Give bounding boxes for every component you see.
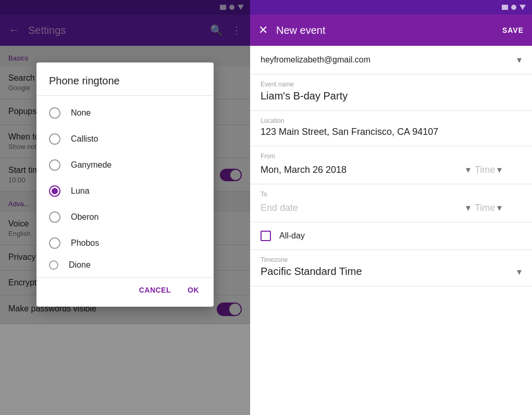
phone-ringtone-dialog: Phone ringtone None Callisto Ganymede Lu… bbox=[36, 62, 214, 307]
email-value: heyfromelizabeth@gmail.com bbox=[261, 55, 513, 65]
radio-luna bbox=[49, 185, 60, 197]
status-circle-icon-r bbox=[511, 5, 516, 10]
radio-none bbox=[49, 107, 60, 119]
allday-label: All-day bbox=[279, 231, 305, 241]
location-label: Location bbox=[261, 117, 522, 124]
dialog-actions: CANCEL OK bbox=[36, 277, 214, 307]
allday-checkbox[interactable] bbox=[261, 231, 271, 241]
radio-option-dione[interactable]: Dione bbox=[36, 256, 214, 273]
toolbar-right: ✕ New event SAVE bbox=[250, 15, 532, 46]
event-name-value: Liam's B-day Party bbox=[261, 90, 522, 102]
allday-row[interactable]: All-day bbox=[250, 222, 532, 250]
email-row[interactable]: heyfromelizabeth@gmail.com ▾ bbox=[250, 46, 532, 74]
status-triangle-icon-r bbox=[519, 5, 526, 10]
to-time-value: Time bbox=[475, 203, 495, 213]
radio-option-oberon[interactable]: Oberon bbox=[36, 204, 214, 230]
from-time-value: Time bbox=[475, 165, 495, 175]
to-label: To bbox=[261, 191, 522, 198]
radio-oberon bbox=[49, 211, 60, 223]
save-button[interactable]: SAVE bbox=[502, 26, 524, 34]
radio-dione-label: Dione bbox=[69, 260, 91, 270]
timezone-label: Timezone bbox=[261, 256, 522, 263]
radio-none-label: None bbox=[71, 108, 91, 118]
radio-callisto-label: Callisto bbox=[71, 134, 98, 144]
location-value: 123 Main Street, San Francisco, CA 94107 bbox=[261, 127, 522, 137]
cancel-button[interactable]: CANCEL bbox=[133, 282, 177, 298]
from-time-picker[interactable]: Time ▾ bbox=[475, 164, 522, 175]
event-name-field[interactable]: Event name Liam's B-day Party bbox=[250, 74, 532, 111]
form-content: heyfromelizabeth@gmail.com ▾ Event name … bbox=[250, 46, 532, 415]
radio-option-none[interactable]: None bbox=[36, 100, 214, 126]
radio-option-callisto[interactable]: Callisto bbox=[36, 126, 214, 152]
timezone-row[interactable]: Timezone Pacific Standard Time ▾ bbox=[250, 250, 532, 286]
radio-ganymede bbox=[49, 159, 60, 171]
dialog-title: Phone ringtone bbox=[36, 62, 214, 96]
from-row[interactable]: From Mon, March 26 2018 ▾ Time ▾ bbox=[250, 146, 532, 184]
status-bar-right bbox=[250, 0, 532, 15]
status-rect-icon-r bbox=[502, 5, 508, 10]
location-field[interactable]: Location 123 Main Street, San Francisco,… bbox=[250, 111, 532, 146]
radio-option-luna[interactable]: Luna bbox=[36, 178, 214, 204]
timezone-value: Pacific Standard Time bbox=[261, 266, 362, 278]
from-date-arrow-icon[interactable]: ▾ bbox=[466, 164, 471, 175]
event-name-label: Event name bbox=[261, 81, 522, 88]
from-date-picker[interactable]: Mon, March 26 2018 ▾ bbox=[261, 164, 471, 175]
radio-option-ganymede[interactable]: Ganymede bbox=[36, 152, 214, 178]
to-time-picker[interactable]: Time ▾ bbox=[475, 202, 522, 213]
from-time-arrow-icon[interactable]: ▾ bbox=[497, 164, 502, 175]
new-event-title: New event bbox=[276, 24, 494, 36]
dialog-overlay: Phone ringtone None Callisto Ganymede Lu… bbox=[0, 0, 250, 415]
dialog-options: None Callisto Ganymede Luna Oberon bbox=[36, 96, 214, 277]
radio-option-phobos[interactable]: Phobos bbox=[36, 230, 214, 256]
radio-ganymede-label: Ganymede bbox=[71, 160, 112, 170]
email-dropdown-icon[interactable]: ▾ bbox=[517, 54, 522, 66]
radio-callisto bbox=[49, 133, 60, 145]
to-date-value: End date bbox=[261, 203, 298, 213]
close-button[interactable]: ✕ bbox=[258, 23, 268, 37]
to-date-picker[interactable]: End date ▾ bbox=[261, 202, 471, 213]
radio-dione bbox=[49, 260, 58, 270]
to-date-arrow-icon[interactable]: ▾ bbox=[466, 202, 471, 213]
left-panel: ← Settings 🔍 ⋮ Basics Search Google Popu… bbox=[0, 0, 250, 415]
ok-button[interactable]: OK bbox=[181, 282, 205, 298]
to-time-arrow-icon[interactable]: ▾ bbox=[497, 202, 502, 213]
from-date-value: Mon, March 26 2018 bbox=[261, 165, 347, 175]
to-row[interactable]: To End date ▾ Time ▾ bbox=[250, 184, 532, 222]
timezone-arrow-icon[interactable]: ▾ bbox=[517, 266, 522, 278]
radio-oberon-label: Oberon bbox=[71, 212, 98, 222]
from-label: From bbox=[261, 153, 522, 160]
right-panel: ✕ New event SAVE heyfromelizabeth@gmail.… bbox=[250, 0, 532, 415]
radio-phobos-label: Phobos bbox=[71, 238, 99, 248]
radio-phobos bbox=[49, 237, 60, 249]
radio-luna-label: Luna bbox=[71, 186, 90, 196]
